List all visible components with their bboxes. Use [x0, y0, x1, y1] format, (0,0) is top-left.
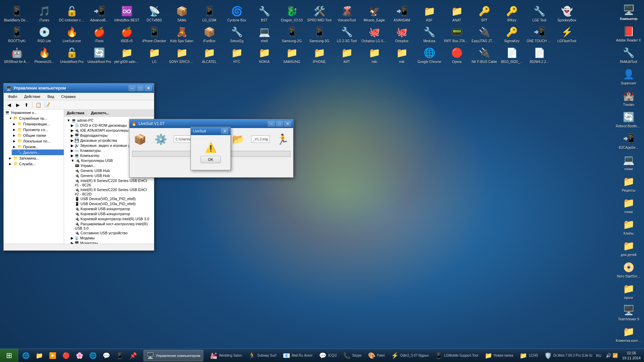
network-icon[interactable]: 📶 — [612, 353, 618, 358]
icon-sams[interactable]: 📦 SAMs — [168, 3, 196, 24]
language-indicator[interactable]: RU — [596, 354, 601, 358]
livesuit-minimize[interactable]: ─ — [268, 121, 275, 127]
icon-ireb[interactable]: 🍎 iREB-r5 — [113, 24, 141, 45]
tree-storage[interactable]: ▶📁Запомина... — [8, 155, 64, 161]
tree-planner[interactable]: ▶📁Планировщик... — [12, 121, 64, 127]
show-hide-button[interactable]: 📋 — [35, 101, 42, 109]
icon-reboot-bootloader[interactable]: 🔄 Reboot Bootloader — [615, 109, 642, 130]
icon-alcatel[interactable]: 📁 ALCATEL — [196, 45, 223, 65]
device-ext-host[interactable]: 🔌 Расширяемый хост-контроллер Intel(R) U… — [73, 222, 153, 231]
livesuit-maximize[interactable]: □ — [276, 121, 283, 127]
livesuit-close[interactable]: ✕ — [284, 121, 291, 127]
icon-progi[interactable]: 📁 проги — [615, 281, 642, 301]
menu-file[interactable]: Файл — [5, 94, 20, 99]
quicklaunch-mediaplayer[interactable]: ▶️ — [46, 350, 59, 361]
icon-samsung-3g[interactable]: 📱 Samsung-3G — [306, 24, 333, 45]
menu-view[interactable]: Вид — [45, 94, 57, 99]
icon-phoenix[interactable]: 🔥 PhoenixUS... — [31, 45, 58, 65]
icon-easyjtag[interactable]: 🔌 EasyJTAG JTAG... — [471, 24, 498, 45]
icon-infinitybox[interactable]: ♾️ InfinityBox BEST — [113, 3, 141, 24]
taskbar-new-folder[interactable]: 📁 Новая папка — [482, 350, 516, 361]
taskbar-wedding[interactable]: 💒 Wedding Salon — [207, 350, 245, 361]
icon-klientka[interactable]: 📁 Клиентка контакт... — [615, 323, 642, 344]
clock[interactable]: 12:16 19.11.2014 — [622, 351, 641, 360]
maximize-button[interactable]: □ — [137, 85, 144, 91]
icon-srsroot[interactable]: 🤖 SRSRoot for Android — [3, 45, 31, 65]
device-intel-ehci1[interactable]: 🔌 Intel(R) 8 Series/C220 Series USB EHCI… — [73, 178, 153, 187]
icon-reboot-recovery[interactable]: 🔄 UnlockRoot Pro — [86, 45, 113, 65]
quicklaunch-explorer[interactable]: 📁 — [33, 350, 46, 361]
icon-sprd[interactable]: 🛠️ SPRD IMEI Tool — [306, 3, 333, 24]
icon-roottry[interactable]: 📱 ROOTTryKi — [3, 24, 31, 45]
icon-itools[interactable]: 🍎 iTools — [86, 24, 113, 45]
device-root-hub-intel[interactable]: 🔌 Корневой концентратор Intel(R) USB 3.0 — [73, 217, 153, 222]
icon-cyclonebox[interactable]: 🌀 Cyclone Box — [223, 3, 251, 24]
up-button[interactable]: ⬆ — [23, 101, 30, 109]
back-button[interactable]: ◀ — [5, 101, 13, 109]
icon-advanceb[interactable]: 📲 AdvanceB... — [86, 3, 113, 24]
icon-start-terminal[interactable]: 💻 гонки — [615, 152, 642, 173]
icon-opera[interactable]: 🔴 Opera — [443, 45, 471, 65]
quicklaunch-pin[interactable]: 📌 — [127, 350, 140, 361]
icon-products[interactable]: 📁 mtk — [361, 45, 388, 65]
minimize-button[interactable]: ─ — [128, 85, 136, 91]
icon-miracle[interactable]: 🦅 Miracle_Eagle — [361, 3, 388, 24]
icon-itunes[interactable]: 🎵 iTunes — [31, 3, 58, 24]
icon-kit[interactable]: 📁 КИТ — [333, 45, 361, 65]
icon-computer-main[interactable]: 🖥️ Компьютер — [615, 2, 642, 22]
icon-rsd-lite[interactable]: 💿 RSD Lite — [31, 24, 58, 45]
icon-sigmakey[interactable]: 🔑 SigmaKey — [498, 24, 526, 45]
icon-htc[interactable]: 📁 HTC — [223, 45, 251, 65]
icon-ifunbox[interactable]: 📦 iFunBox — [196, 24, 223, 45]
taskbar-icq[interactable]: 💬 ICQ/2 — [316, 350, 339, 361]
tree-shared[interactable]: ▶📁Общие папки — [12, 132, 64, 138]
taskbar-mail[interactable]: 📧 Mail.Ru Агент — [280, 350, 315, 361]
icon-sony-ericsson[interactable]: 📁 SONY ERICSSON — [168, 45, 196, 65]
quicklaunch-chrome[interactable]: 🌐 — [87, 350, 99, 361]
icon-spookey[interactable]: 👻 SpookeyBox — [553, 3, 581, 24]
icon-asf[interactable]: 📁 ASF — [416, 3, 443, 24]
quicklaunch-skype[interactable]: 💬 — [100, 350, 113, 361]
icon-gonki[interactable]: 📁 гонки — [615, 195, 642, 216]
tree-root[interactable]: 💻 Управление к... — [4, 110, 64, 115]
icon-iphone-checker[interactable]: 📱 iPhone Checker — [141, 24, 168, 45]
device-intel-ehci2[interactable]: 🔌 Intel(R) 8 Series/C220 Series USB EHCI… — [73, 187, 153, 196]
close-button[interactable]: ✕ — [145, 85, 152, 91]
icon-dc-unlocker[interactable]: 🔓 DC-Unlocker client — [58, 3, 86, 24]
icon-ytel[interactable]: 📁 ytel g928 salina rai_2... — [113, 45, 141, 65]
icon-livesuit-exe[interactable]: 🔥 LiveSuit.exe — [58, 24, 86, 45]
icon-irkey[interactable]: 🔑 IRKey — [498, 3, 526, 24]
device-usb-vid1[interactable]: 📱 USB Device(VID_1f3a_PID_efe8) — [73, 196, 153, 201]
taskbar-12245[interactable]: 📁 12245 — [517, 350, 541, 361]
icon-bst[interactable]: 🔧 BST — [251, 3, 278, 24]
icon-travian[interactable]: 🏰 Travian — [615, 87, 642, 108]
icon-google-chrome[interactable]: 🌐 Google Chrome — [416, 45, 443, 65]
icon-shell[interactable]: 💻 shell — [251, 24, 278, 45]
props-button[interactable]: 📝 — [43, 101, 51, 109]
icon-octoplus-lg[interactable]: 🐙 Octoplus LG Samu... — [361, 24, 388, 45]
icon-one-touch[interactable]: 📲 ONE TOUCH Upgrade Q... — [526, 24, 553, 45]
tree-services2[interactable]: ▶📁Служба... — [8, 161, 64, 167]
icon-dctxbbs[interactable]: 📡 DCTxBBS — [141, 3, 168, 24]
icon-kids-spa[interactable]: 🧸 Kids Spa Salon — [168, 24, 196, 45]
device-root-hub1[interactable]: 🔌 Корневой USB-концентратор — [73, 206, 153, 212]
icon-lg-gsm[interactable]: 📱 LG_GSM — [196, 3, 223, 24]
icon-octoplus[interactable]: 🐙 Octoplus — [388, 24, 416, 45]
taskbar-paint-run[interactable]: 🎨 Paint — [365, 350, 387, 361]
icon-lg-2-3g[interactable]: 🔧 LG 2-3G Tool — [333, 24, 361, 45]
icon-asansam[interactable]: 📲 ASANSAM — [388, 3, 416, 24]
icon-superuser[interactable]: 👤 Superuser — [615, 66, 642, 87]
taskbar-drweb[interactable]: 🛡️ Dr.Web 7.00.3 Pro (Life lic... — [542, 350, 593, 361]
device-monitors[interactable]: ▶ 🖥️ Мониторы — [69, 241, 153, 244]
icon-spt[interactable]: 🔑 SPT — [471, 3, 498, 24]
icon-medusa[interactable]: 🔧 Medusa — [416, 24, 443, 45]
forward-button[interactable]: ▶ — [14, 101, 21, 109]
taskbar-subway[interactable]: 🏃 Subway Surf — [246, 350, 279, 361]
icon-nero[interactable]: 📀 Nero StartSm... — [615, 259, 642, 280]
taskbar-skype-run[interactable]: 📞 Skype — [340, 350, 364, 361]
device-modems[interactable]: ▶ 📡 Модемы — [69, 236, 153, 241]
icon-lg-folder[interactable]: 📁 LG — [141, 45, 168, 65]
icon-klipy[interactable]: 📁 Клипы — [615, 216, 642, 237]
icon-blackberry[interactable]: 📱 BlackBerry Desktop ... — [3, 3, 31, 24]
icon-teamviewer[interactable]: 🖥️ TeamViewer 9 — [615, 302, 642, 323]
